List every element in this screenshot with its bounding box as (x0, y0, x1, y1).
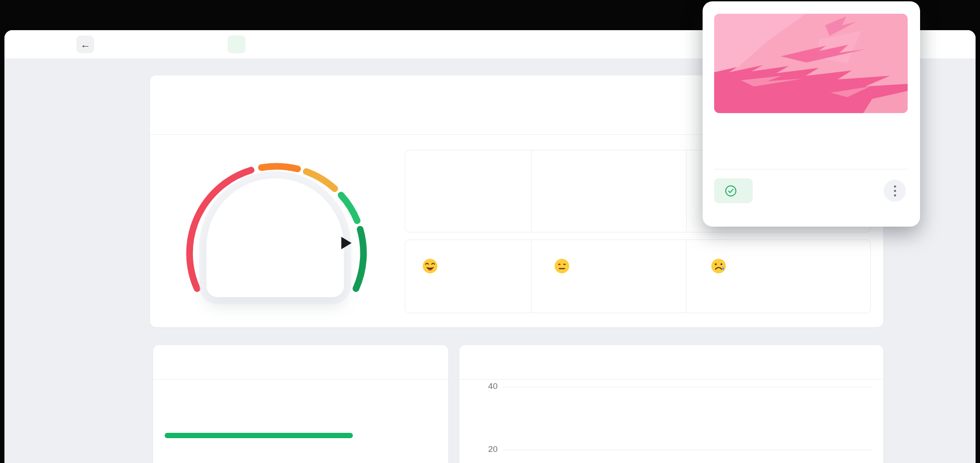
work-experience-survey-card[interactable] (703, 1, 920, 227)
promoters-progress-track (165, 433, 353, 438)
crying-face-emoji (711, 258, 727, 274)
rating-distribution-card: 40 20 (459, 345, 883, 463)
status-badge (228, 35, 245, 53)
passives-row-label (165, 456, 167, 463)
enps-gauge (183, 162, 370, 310)
gridline-40 (503, 387, 872, 387)
promoters-row-label (165, 417, 167, 427)
detractors-stat (687, 240, 870, 313)
y-axis-tick-20: 20 (475, 444, 498, 454)
kebab-menu-icon (894, 185, 896, 188)
divider (153, 379, 448, 380)
promoters-progress-fill (165, 433, 353, 438)
check-circle-icon (725, 185, 737, 197)
passives-stat (532, 240, 687, 313)
enps-distribution-card (153, 345, 448, 463)
gridline-20 (503, 450, 872, 450)
survey-date-chip (714, 178, 753, 203)
enps-score-stat (405, 150, 532, 232)
gauge-pointer-icon (341, 237, 352, 249)
promoters-stat (405, 240, 532, 313)
divider (459, 379, 883, 380)
screen: ← (0, 0, 980, 463)
y-axis-tick-40: 40 (475, 381, 498, 391)
back-button[interactable]: ← (76, 35, 94, 53)
nps-breakdown-card (405, 239, 871, 313)
arrow-left-icon: ← (80, 39, 91, 51)
grinning-face-emoji (422, 258, 438, 274)
neutral-face-emoji (554, 258, 570, 274)
average-score-stat (532, 150, 687, 232)
divider (714, 169, 909, 169)
survey-menu-button[interactable] (884, 180, 906, 202)
survey-cover-image (714, 14, 908, 113)
